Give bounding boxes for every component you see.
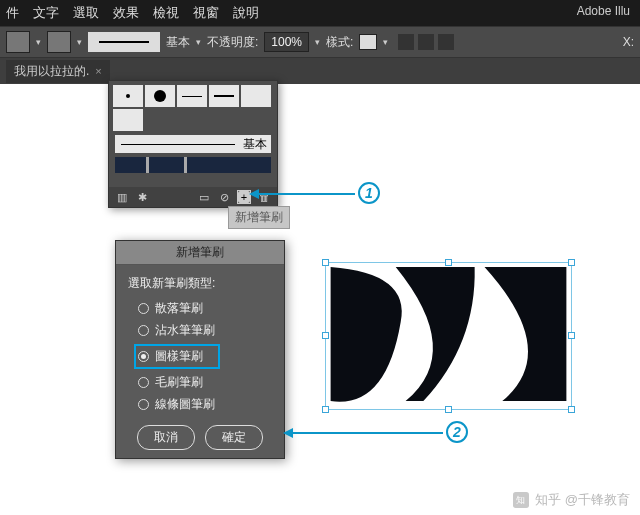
callout-2: 2 (446, 421, 468, 443)
chevron-down-icon[interactable]: ▾ (383, 37, 388, 47)
callout-line (293, 432, 443, 434)
tooltip: 新增筆刷 (228, 206, 290, 229)
brush-swatch[interactable] (145, 85, 175, 107)
chevron-down-icon[interactable]: ▾ (196, 37, 201, 47)
radio-pattern-brush[interactable]: 圖樣筆刷 (134, 344, 220, 369)
chevron-down-icon[interactable]: ▾ (77, 37, 82, 47)
selection-handle[interactable] (322, 332, 329, 339)
cancel-button[interactable]: 取消 (137, 425, 195, 450)
brush-swatch[interactable] (113, 109, 143, 131)
options-bar: ▾ ▾ 基本 ▾ 不透明度: 100% ▾ 樣式: ▾ X: (0, 26, 640, 58)
chevron-down-icon[interactable]: ▾ (315, 37, 320, 47)
library-icon[interactable]: ▥ (115, 190, 129, 204)
dialog-title: 新增筆刷 (116, 241, 284, 265)
selection-handle[interactable] (322, 406, 329, 413)
close-icon[interactable]: × (95, 65, 101, 77)
radio-scatter-brush[interactable]: 散落筆刷 (138, 300, 272, 317)
align-icon[interactable] (438, 34, 454, 50)
remove-stroke-icon[interactable]: ⊘ (217, 190, 231, 204)
brush-label: 基本 (166, 34, 190, 51)
brush-pattern-row[interactable] (115, 157, 271, 173)
selection-handle[interactable] (445, 259, 452, 266)
zhihu-icon: 知 (513, 492, 529, 508)
options-icon[interactable]: ▭ (197, 190, 211, 204)
ok-button[interactable]: 確定 (205, 425, 263, 450)
stroke-swatch[interactable] (47, 31, 71, 53)
document-tab[interactable]: 我用以拉拉的. × (6, 60, 110, 83)
style-label: 樣式: (326, 34, 353, 51)
brush-basic-label: 基本 (243, 136, 267, 153)
menu-item[interactable]: 檢視 (153, 4, 179, 22)
document-tabs: 我用以拉拉的. × (0, 58, 640, 84)
menu-item[interactable]: 說明 (233, 4, 259, 22)
opacity-label: 不透明度: (207, 34, 258, 51)
arrow-icon (249, 189, 259, 199)
brush-swatch[interactable] (241, 85, 271, 107)
brush-preview[interactable] (88, 32, 160, 52)
radio-art-brush[interactable]: 線條圖筆刷 (138, 396, 272, 413)
selection-handle[interactable] (322, 259, 329, 266)
brush-basic-row[interactable]: 基本 (115, 135, 271, 153)
align-icon[interactable] (398, 34, 414, 50)
menu-item[interactable]: 選取 (73, 4, 99, 22)
tab-label: 我用以拉拉的. (14, 63, 89, 80)
fill-swatch[interactable] (6, 31, 30, 53)
x-label: X: (623, 35, 634, 49)
libraries-icon[interactable]: ✱ (135, 190, 149, 204)
chevron-down-icon[interactable]: ▾ (36, 37, 41, 47)
menu-item[interactable]: 效果 (113, 4, 139, 22)
align-icon[interactable] (418, 34, 434, 50)
artwork-shape (326, 263, 571, 409)
callout-line (259, 193, 355, 195)
svg-text:知: 知 (516, 495, 525, 505)
selection-handle[interactable] (568, 332, 575, 339)
watermark: 知 知乎 @千锋教育 (513, 491, 630, 509)
brush-swatch[interactable] (177, 85, 207, 107)
dialog-prompt: 選取新筆刷類型: (128, 275, 272, 292)
brushes-grid (109, 81, 277, 131)
selection-handle[interactable] (568, 259, 575, 266)
new-brush-dialog: 新增筆刷 選取新筆刷類型: 散落筆刷 沾水筆筆刷 圖樣筆刷 毛刷筆刷 線條圖筆刷… (115, 240, 285, 459)
radio-bristle-brush[interactable]: 毛刷筆刷 (138, 374, 272, 391)
radio-calligraphic-brush[interactable]: 沾水筆筆刷 (138, 322, 272, 339)
selection-handle[interactable] (568, 406, 575, 413)
menu-item[interactable]: 文字 (33, 4, 59, 22)
brush-swatch[interactable] (209, 85, 239, 107)
menu-item[interactable]: 件 (6, 4, 19, 22)
arrow-icon (283, 428, 293, 438)
menu-item[interactable]: 視窗 (193, 4, 219, 22)
selected-artwork[interactable] (325, 262, 572, 410)
selection-handle[interactable] (445, 406, 452, 413)
callout-1: 1 (358, 182, 380, 204)
brush-swatch[interactable] (113, 85, 143, 107)
opacity-input[interactable]: 100% (264, 32, 309, 52)
style-swatch[interactable] (359, 34, 377, 50)
app-brand: Adobe Illu (577, 4, 630, 18)
menubar[interactable]: 件 文字 選取 效果 檢視 視窗 說明 (0, 0, 640, 26)
